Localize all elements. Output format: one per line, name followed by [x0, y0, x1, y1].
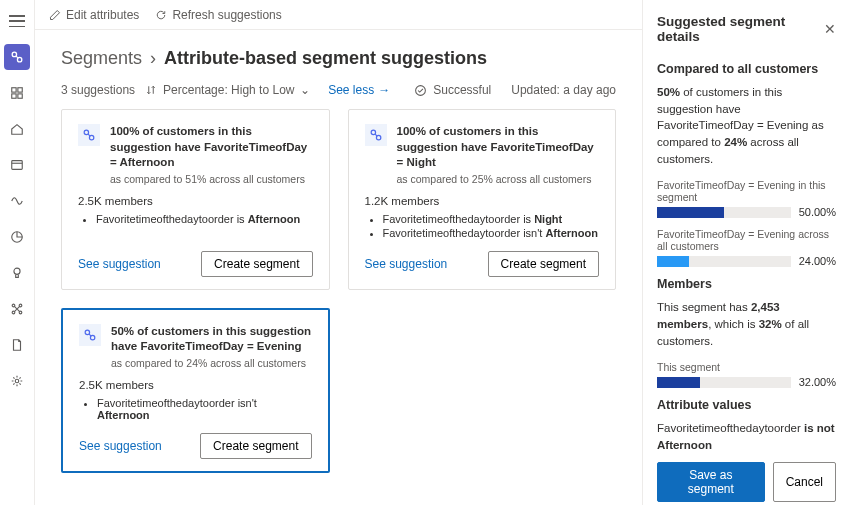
- save-segment-button[interactable]: Save as segment: [657, 462, 765, 502]
- nav-rail: [0, 0, 35, 505]
- edit-attributes-button[interactable]: Edit attributes: [49, 8, 139, 22]
- see-suggestion-link[interactable]: See suggestion: [78, 257, 161, 271]
- svg-rect-4: [12, 94, 16, 98]
- svg-point-14: [416, 85, 426, 95]
- bar3: 32.00%: [657, 376, 836, 388]
- rail-chart-icon[interactable]: [4, 224, 30, 250]
- bar1: 50.00%: [657, 206, 836, 218]
- rule-item: Favoritetimeofthedaytoorder isn't Aftern…: [97, 397, 312, 421]
- card-title: 50% of customers in this suggestion have…: [111, 324, 312, 355]
- status-badge: Successful: [414, 83, 491, 97]
- suggestion-card[interactable]: 100% of customers in this suggestion hav…: [348, 109, 617, 290]
- suggestion-card[interactable]: 100% of customers in this suggestion hav…: [61, 109, 330, 290]
- create-segment-button[interactable]: Create segment: [488, 251, 599, 277]
- arrow-right-icon: →: [378, 83, 390, 97]
- svg-point-18: [376, 135, 380, 139]
- page-title: Attribute-based segment suggestions: [164, 48, 487, 69]
- svg-rect-2: [12, 88, 16, 92]
- card-title: 100% of customers in this suggestion hav…: [110, 124, 313, 171]
- members-count: 1.2K members: [365, 195, 600, 207]
- card-title: 100% of customers in this suggestion hav…: [397, 124, 600, 171]
- bar1-label: FavoriteTimeofDay = Evening in this segm…: [657, 179, 836, 203]
- breadcrumb-root[interactable]: Segments: [61, 48, 142, 69]
- rail-home-icon[interactable]: [4, 116, 30, 142]
- pencil-icon: [49, 9, 61, 21]
- list-header: 3 suggestions Percentage: High to Low ⌄ …: [61, 83, 616, 97]
- rail-activity-icon[interactable]: [4, 188, 30, 214]
- attr-header: Attribute values: [657, 398, 836, 412]
- see-less-button[interactable]: See less →: [328, 83, 390, 97]
- updated-label: Updated: a day ago: [511, 83, 616, 97]
- hamburger-icon[interactable]: [4, 8, 30, 34]
- svg-point-16: [89, 135, 93, 139]
- rule-item: Favoritetimeofthedaytoorder is Afternoon: [96, 213, 313, 225]
- svg-point-1: [17, 57, 21, 61]
- refresh-suggestions-button[interactable]: Refresh suggestions: [155, 8, 281, 22]
- bar2: 24.00%: [657, 255, 836, 267]
- svg-point-17: [371, 130, 375, 134]
- suggestion-count: 3 suggestions: [61, 83, 135, 97]
- refresh-label: Refresh suggestions: [172, 8, 281, 22]
- svg-rect-6: [12, 161, 23, 170]
- rule-item: Favoritetimeofthedaytoorder isn't Aftern…: [383, 227, 600, 239]
- compared-text: 50% of customers in this suggestion have…: [657, 84, 836, 167]
- svg-rect-5: [18, 94, 22, 98]
- see-suggestion-link[interactable]: See suggestion: [79, 439, 162, 453]
- members-text: This segment has 2,453 members, which is…: [657, 299, 836, 349]
- card-subtitle: as compared to 51% across all customers: [110, 173, 313, 185]
- rail-gear-icon[interactable]: [4, 368, 30, 394]
- rules-list: Favoritetimeofthedaytoorder is NightFavo…: [365, 213, 600, 241]
- breadcrumb-sep: ›: [150, 48, 156, 69]
- panel-title: Suggested segment details ✕: [657, 14, 836, 44]
- rail-file-icon[interactable]: [4, 332, 30, 358]
- svg-point-8: [14, 268, 20, 274]
- close-icon[interactable]: ✕: [824, 21, 836, 37]
- rule-item: Favoritetimeofthedaytoorder is Night: [383, 213, 600, 225]
- members-header: Members: [657, 277, 836, 291]
- compared-header: Compared to all customers: [657, 62, 836, 76]
- svg-point-15: [84, 130, 88, 134]
- segment-icon: [78, 124, 100, 146]
- see-suggestion-link[interactable]: See suggestion: [365, 257, 448, 271]
- sort-icon[interactable]: [145, 84, 157, 96]
- rail-segments-icon[interactable]: [4, 44, 30, 70]
- svg-point-0: [12, 52, 16, 56]
- svg-rect-3: [18, 88, 22, 92]
- command-bar: Edit attributes Refresh suggestions: [35, 0, 642, 30]
- edit-label: Edit attributes: [66, 8, 139, 22]
- svg-point-13: [15, 379, 19, 383]
- rail-connect-icon[interactable]: [4, 296, 30, 322]
- segment-icon: [365, 124, 387, 146]
- chevron-down-icon[interactable]: ⌄: [300, 83, 310, 97]
- cancel-button[interactable]: Cancel: [773, 462, 836, 502]
- rail-dashboard-icon[interactable]: [4, 80, 30, 106]
- rail-data-icon[interactable]: [4, 152, 30, 178]
- members-count: 2.5K members: [78, 195, 313, 207]
- bar3-label: This segment: [657, 361, 836, 373]
- attr-text: Favoritetimeofthedaytoorder is not After…: [657, 420, 836, 453]
- rules-list: Favoritetimeofthedaytoorder is Afternoon: [78, 213, 313, 227]
- bar2-label: FavoriteTimeofDay = Evening across all c…: [657, 228, 836, 252]
- card-subtitle: as compared to 25% across all customers: [397, 173, 600, 185]
- svg-point-19: [85, 330, 89, 334]
- refresh-icon: [155, 9, 167, 21]
- segment-icon: [79, 324, 101, 346]
- card-subtitle: as compared to 24% across all customers: [111, 357, 312, 369]
- rail-insights-icon[interactable]: [4, 260, 30, 286]
- svg-point-20: [90, 335, 94, 339]
- create-segment-button[interactable]: Create segment: [200, 433, 311, 459]
- details-panel: Suggested segment details ✕ Compared to …: [642, 0, 850, 505]
- breadcrumb: Segments › Attribute-based segment sugge…: [61, 48, 616, 69]
- rules-list: Favoritetimeofthedaytoorder isn't Aftern…: [79, 397, 312, 423]
- members-count: 2.5K members: [79, 379, 312, 391]
- check-circle-icon: [414, 84, 427, 97]
- sort-label[interactable]: Percentage: High to Low: [163, 83, 294, 97]
- suggestion-card[interactable]: 50% of customers in this suggestion have…: [61, 308, 330, 473]
- create-segment-button[interactable]: Create segment: [201, 251, 312, 277]
